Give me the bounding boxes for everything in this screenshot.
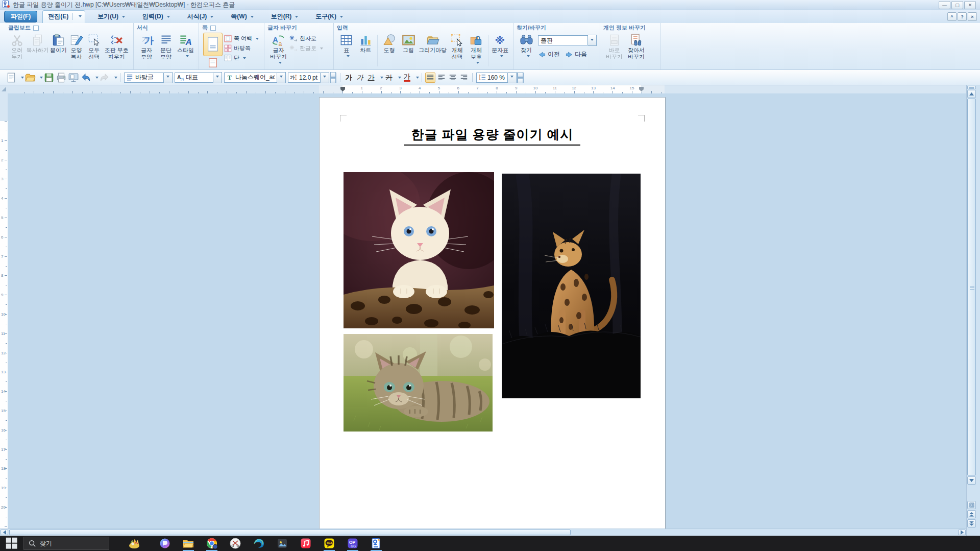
paste-button[interactable]: 붙이기 <box>50 32 67 54</box>
italic-button[interactable]: 가 <box>355 73 365 83</box>
find-replace-personal-button[interactable]: 찾아서바꾸기 <box>626 32 647 60</box>
find-input[interactable]: 출판 <box>538 35 588 45</box>
combo-spinner[interactable] <box>330 73 336 83</box>
print-preview-button[interactable] <box>68 72 79 83</box>
taskbar-app-music[interactable] <box>294 536 317 551</box>
page-margin-button[interactable]: 쪽 여백 <box>224 34 259 43</box>
view-select-button[interactable] <box>967 501 976 509</box>
taskbar-search[interactable]: 찾기 <box>23 537 109 550</box>
scroll-left-button[interactable] <box>1 530 8 535</box>
scroll-up-button[interactable] <box>967 90 976 98</box>
new-document-button[interactable] <box>6 72 17 83</box>
undo-button[interactable] <box>80 72 91 83</box>
menu-쪽[interactable]: 쪽(W) <box>226 11 258 22</box>
scroll-down-button[interactable] <box>967 476 976 485</box>
taskbar-app-copilot[interactable] <box>153 536 177 551</box>
find-button[interactable]: 찾기 <box>517 32 535 59</box>
picture-button[interactable]: 그림 <box>399 32 417 54</box>
page-setup-button[interactable] <box>203 33 223 56</box>
font-color-button[interactable]: 가 <box>402 73 412 83</box>
font-size-combo[interactable]: 가12.0pt <box>288 73 336 83</box>
taskbar-app-hwp[interactable] <box>364 536 388 551</box>
document-close-button[interactable]: × <box>968 12 977 21</box>
char-style-combo[interactable]: A가대표 <box>175 73 222 83</box>
combo-dropdown[interactable] <box>508 72 517 83</box>
taskbar-app-opgg[interactable]: OPGG <box>341 536 364 551</box>
find-next-button[interactable]: 다음 <box>565 50 587 59</box>
maximize-button[interactable]: ▢ <box>951 1 963 9</box>
chart-button[interactable]: 차트 <box>356 32 374 54</box>
paragraph-style-combo[interactable]: 바탕글 <box>124 73 173 83</box>
columns-button[interactable]: 단 <box>224 53 259 63</box>
background-page-button[interactable]: 바탕쪽 <box>224 43 259 53</box>
spin-down[interactable] <box>517 78 524 83</box>
style-button[interactable]: A스타일 <box>176 32 195 59</box>
menu-file[interactable]: 파일(F) <box>4 11 37 22</box>
font-family-combo[interactable]: T나눔스퀘어_ac <box>224 73 286 83</box>
taskbar-app-photos[interactable] <box>271 536 294 551</box>
spin-up[interactable] <box>517 73 524 78</box>
para-shape-button[interactable]: 문단모양 <box>157 32 175 60</box>
erase-control-marks-button[interactable]: 조판 부호지우기 <box>104 32 130 60</box>
combo-body[interactable]: T나눔스퀘어_ac <box>224 73 277 83</box>
document-page[interactable]: 한글 파일 용량 줄이기 예시 <box>319 97 666 529</box>
format-copy-button[interactable]: 모양복사 <box>68 32 85 60</box>
align-justify-button[interactable] <box>425 73 435 83</box>
taskbar-app-edge[interactable] <box>247 536 271 551</box>
find-combo-dropdown[interactable] <box>588 35 597 46</box>
start-button[interactable] <box>0 536 23 551</box>
strikethrough-button[interactable]: 가 <box>384 73 394 83</box>
document-heading[interactable]: 한글 파일 용량 줄이기 예시 <box>320 126 665 146</box>
scrollbar-split-handle[interactable] <box>967 86 976 89</box>
align-left-button[interactable] <box>436 73 447 83</box>
menu-도구[interactable]: 도구(K) <box>310 11 348 22</box>
spin-up[interactable] <box>330 73 336 78</box>
group-expander-icon[interactable] <box>210 26 216 31</box>
ruler-origin-box[interactable] <box>0 85 8 94</box>
document-heading-text[interactable]: 한글 파일 용량 줄이기 예시 <box>404 126 581 146</box>
shapes-button[interactable]: 도형 <box>380 32 398 54</box>
find-previous-button[interactable]: 이전 <box>538 50 560 59</box>
to-hanja-button[interactable]: 한자로 <box>289 34 323 43</box>
white-kitten-photo[interactable] <box>344 172 494 328</box>
previous-page-button[interactable] <box>967 510 976 518</box>
scrollbar-thumb[interactable] <box>967 99 976 475</box>
vertical-scrollbar[interactable] <box>966 85 977 536</box>
object-select-button[interactable]: 개체선택 <box>448 32 466 60</box>
character-map-button[interactable]: ※문자표 <box>491 32 509 59</box>
spacing-spinner[interactable] <box>517 73 524 83</box>
tabby-kitten-photo[interactable] <box>344 334 493 432</box>
underline-button[interactable]: 가 <box>366 73 376 83</box>
taskbar-app-widget-food[interactable] <box>122 536 146 551</box>
char-convert-button[interactable]: Aa글자바꾸기 <box>268 32 289 65</box>
object-protect-button[interactable]: 개체보호 <box>467 32 485 65</box>
help-button[interactable]: ? <box>958 12 967 21</box>
next-page-button[interactable] <box>967 519 976 528</box>
menu-보기[interactable]: 보기(U) <box>92 11 130 22</box>
char-shape-button[interactable]: 가가글자모양 <box>137 32 156 60</box>
taskbar-app-chrome[interactable] <box>200 536 224 551</box>
combo-dropdown[interactable] <box>277 72 286 83</box>
select-all-button[interactable]: 모두선택 <box>86 32 103 60</box>
table-button[interactable]: 표 <box>337 32 355 59</box>
scrollbar-thumb[interactable] <box>9 530 571 535</box>
ribbon-collapse-button[interactable]: ^ <box>947 12 957 21</box>
menu-편집[interactable]: 편집(E) <box>42 10 85 23</box>
menu-입력[interactable]: 입력(D) <box>137 11 175 22</box>
close-button[interactable]: ✕ <box>964 1 976 9</box>
save-button[interactable] <box>43 72 55 83</box>
combo-dropdown[interactable] <box>164 72 173 83</box>
taskbar-app-explorer[interactable] <box>177 536 200 551</box>
print-button[interactable] <box>56 72 67 83</box>
minimize-button[interactable]: — <box>939 1 950 9</box>
combo-body[interactable]: 160% <box>476 73 508 83</box>
group-expander-icon[interactable] <box>33 26 39 31</box>
line-spacing-control[interactable]: 160% <box>476 73 524 83</box>
combo-dropdown[interactable] <box>321 72 329 83</box>
taskbar-app-snip[interactable] <box>224 536 247 551</box>
combo-body[interactable]: 가12.0pt <box>288 73 321 83</box>
scroll-right-button[interactable] <box>958 530 966 535</box>
align-center-button[interactable] <box>448 73 458 83</box>
bold-button[interactable]: 가 <box>344 73 354 83</box>
align-right-button[interactable] <box>459 73 469 83</box>
